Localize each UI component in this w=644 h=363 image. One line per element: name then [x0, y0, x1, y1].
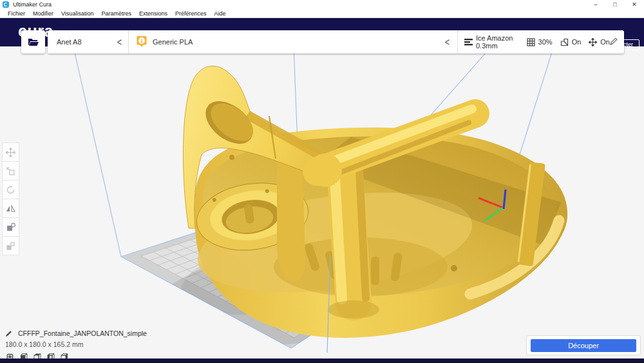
model-fountain[interactable]: [183, 66, 567, 337]
window-title: Ultimaker Cura: [13, 1, 52, 8]
rename-pencil-icon[interactable]: [5, 330, 12, 337]
menu-visualisation[interactable]: Visualisation: [57, 9, 97, 18]
close-icon[interactable]: ✕: [626, 0, 643, 9]
support-icon: [560, 38, 569, 46]
window-bottom-strip: [0, 358, 644, 363]
extruder-icon: 1: [137, 35, 147, 48]
svg-text:1: 1: [140, 38, 144, 44]
folder-icon: [28, 37, 39, 46]
scale-tool-button[interactable]: [2, 161, 19, 181]
slice-button[interactable]: Découper: [531, 339, 636, 352]
infill-value: 30%: [538, 38, 553, 46]
layer-height-icon: [464, 38, 473, 46]
material-name: Generic PLA: [153, 38, 193, 46]
printer-name: Anet A8: [57, 38, 82, 46]
slice-panel: Découper: [526, 335, 641, 355]
material-selector[interactable]: 1 Generic PLA <: [128, 30, 457, 54]
menu-bar: Fichier Modifier Visualisation Paramètre…: [0, 9, 644, 18]
minimize-icon[interactable]: –: [587, 0, 604, 9]
per-model-settings-button[interactable]: [2, 217, 19, 237]
open-file-button[interactable]: [21, 30, 45, 54]
adhesion-icon: [589, 38, 597, 46]
config-row: Anet A8 < 1 Generic PLA < Ice Amazon 0.3…: [21, 30, 624, 54]
menu-parametres[interactable]: Paramètres: [97, 9, 135, 18]
printer-selector[interactable]: Anet A8 <: [48, 30, 128, 54]
profile-name: Ice Amazon 0.3mm: [476, 34, 518, 50]
cura-app-icon: [3, 1, 9, 8]
chevron-left-icon: <: [445, 35, 450, 48]
viewport-3d[interactable]: [0, 18, 644, 358]
model-name[interactable]: CFFFP_Fontaine_JANPOLANTON_simple: [18, 329, 147, 337]
model-info-panel: CFFFP_Fontaine_JANPOLANTON_simple 180.0 …: [5, 329, 147, 361]
support-value: On: [572, 38, 582, 46]
menu-extensions[interactable]: Extensions: [135, 9, 171, 18]
print-settings-selector[interactable]: Ice Amazon 0.3mm 30% On: [457, 30, 624, 54]
menu-modifier[interactable]: Modifier: [29, 9, 57, 18]
menu-fichier[interactable]: Fichier: [4, 9, 29, 18]
menu-aide[interactable]: Aide: [211, 9, 230, 18]
move-tool-button[interactable]: [2, 142, 19, 162]
adhesion-value: On: [600, 38, 610, 46]
tool-column: [2, 142, 19, 255]
chevron-left-icon: <: [117, 35, 122, 48]
infill-icon: [527, 38, 535, 46]
maximize-icon[interactable]: □: [607, 0, 623, 9]
menu-preferences[interactable]: Préférences: [171, 9, 211, 18]
rotate-tool-button[interactable]: [2, 180, 19, 199]
mirror-tool-button[interactable]: [2, 199, 19, 218]
scene-svg[interactable]: [0, 18, 644, 363]
model-dimensions: 180.0 x 180.0 x 165.2 mm: [5, 340, 147, 348]
edit-settings-pencil-icon[interactable]: [610, 36, 618, 48]
title-bar: Ultimaker Cura – □ ✕: [0, 0, 644, 9]
support-blocker-button[interactable]: [2, 236, 19, 255]
